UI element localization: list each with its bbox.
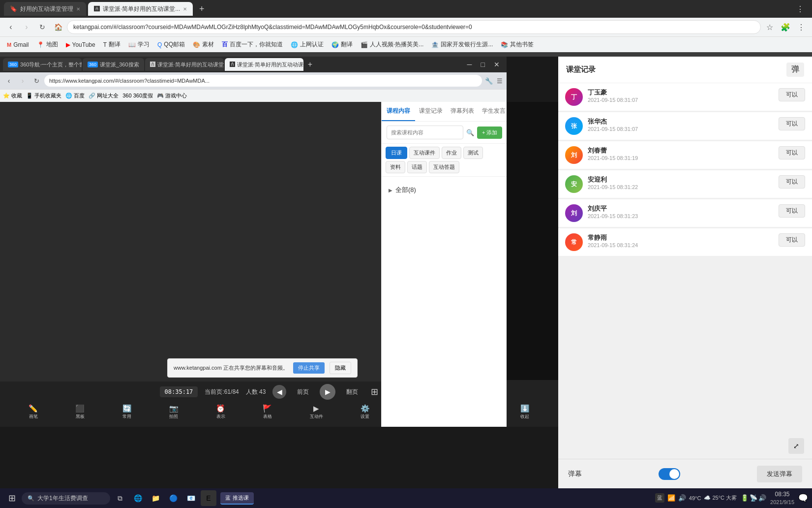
danmu-toggle[interactable] <box>659 468 680 480</box>
tool-pen[interactable]: ✏️画笔 <box>29 404 38 420</box>
bookmark-baidu[interactable]: 百 百度一下，你就知道 <box>219 39 286 50</box>
settings-icon[interactable]: ⋮ <box>794 20 808 34</box>
back-button[interactable]: ‹ <box>4 20 18 34</box>
forward-button[interactable]: › <box>20 20 33 34</box>
inner-forward[interactable]: › <box>17 75 29 87</box>
tool-interact[interactable]: ▶互动件 <box>310 404 323 420</box>
ct-tab-daily[interactable]: 日课 <box>386 147 407 159</box>
bookmark-translate2[interactable]: 🌍 翻译 <box>329 39 356 50</box>
tool-photo[interactable]: 📷拍照 <box>169 404 179 420</box>
inner-bm-1[interactable]: ⭐ 收藏 <box>3 92 22 99</box>
inner-tab-4-active[interactable]: 🅰 课堂派·简单好用的互动动课堂... ✕ <box>225 58 303 71</box>
inner-close[interactable]: ✕ <box>490 61 504 68</box>
inner-tools-icon[interactable]: 🔧 <box>484 76 494 86</box>
tool-settings[interactable]: ⚙️设置 <box>361 404 370 420</box>
clock-display[interactable]: 08:35 2021/9/15 <box>770 491 794 506</box>
ct-tab-homework[interactable]: 作业 <box>442 147 461 159</box>
bookmark-star[interactable]: ☆ <box>763 20 777 34</box>
taskbar-active-item[interactable]: 蓝 推选课 <box>220 492 254 505</box>
inner-bm-2[interactable]: 📱 手机收藏夹 <box>26 92 61 99</box>
start-button[interactable]: ⊞ <box>4 490 20 506</box>
task-view-btn[interactable]: ⧉ <box>112 490 128 506</box>
refresh-button[interactable]: ↻ <box>35 20 49 34</box>
grid-view-btn[interactable]: ⊞ <box>369 384 380 399</box>
expand-icon[interactable]: ⤢ <box>788 438 804 454</box>
tab-1-close[interactable]: ✕ <box>76 6 80 12</box>
inner-restore[interactable]: □ <box>477 61 489 68</box>
taskbar-app-2[interactable]: 📁 <box>148 490 163 506</box>
bookmark-material[interactable]: 🎨 素材 <box>190 39 217 50</box>
bookmark-renren[interactable]: 🎬 人人视频·热播英美... <box>358 39 426 50</box>
bookmark-network[interactable]: 🌐 上网认证 <box>288 39 327 50</box>
ct-tab-quiz[interactable]: 互动答题 <box>429 161 459 173</box>
tab-new[interactable]: + <box>195 2 209 16</box>
inner-back[interactable]: ‹ <box>3 75 15 87</box>
tool-common[interactable]: 🔄常用 <box>122 404 132 420</box>
tab-danmu-list[interactable]: 弹幕列表 <box>447 102 478 121</box>
bookmark-qq[interactable]: Q QQ邮箱 <box>154 39 188 50</box>
tool-collapse[interactable]: ⬇️收起 <box>520 404 530 420</box>
record-action-btn[interactable]: 可以 <box>779 204 805 218</box>
record-action-btn[interactable]: 可以 <box>779 175 805 189</box>
record-action-btn[interactable]: 可以 <box>779 117 805 130</box>
volume-icon[interactable]: 🔊 <box>678 494 686 502</box>
inner-menu-icon[interactable]: ☰ <box>496 76 504 86</box>
bookmark-study[interactable]: 📖 学习 <box>125 39 152 50</box>
inner-minimize[interactable]: ─ <box>463 61 476 68</box>
tool-blackboard[interactable]: ⬛黑板 <box>75 404 85 420</box>
record-action-btn[interactable]: 可以 <box>779 88 805 101</box>
network-tray-icon[interactable]: 📶 <box>667 494 675 502</box>
record-action-btn[interactable]: 可以 <box>779 233 805 247</box>
prev-btn[interactable]: ◀ <box>272 385 286 399</box>
bookmark-translate[interactable]: T 翻译 <box>100 39 123 50</box>
inner-tab-2[interactable]: 360 课堂派_360搜索 <box>83 58 144 71</box>
inner-bm-3[interactable]: 🌐 百度 <box>65 92 85 99</box>
extensions-icon[interactable]: 🧩 <box>779 20 792 34</box>
ct-tab-material[interactable]: 资料 <box>386 161 405 173</box>
tab-1[interactable]: 🔖 好用的互动课堂管理 ✕ <box>4 2 86 16</box>
tab-class-records[interactable]: 课堂记录 <box>415 102 447 121</box>
taskbar-app-5[interactable]: E <box>201 490 216 506</box>
tool-table[interactable]: 🚩表格 <box>263 404 272 420</box>
notification-icon[interactable]: 🗨️ <box>798 493 808 503</box>
address-bar[interactable]: ketangpai.com/#/classroom?courseid=MDAwM… <box>67 20 761 34</box>
browser-menu-icon[interactable]: ⋮ <box>792 4 808 14</box>
ct-tab-test[interactable]: 测试 <box>463 147 483 159</box>
send-danmu-button[interactable]: 发送弹幕 <box>757 466 802 482</box>
inner-tab-1[interactable]: 360 360导航·一个主页，整个世界 <box>3 58 82 71</box>
wifi-icon[interactable]: 📡 <box>750 494 757 502</box>
taskbar-app-1[interactable]: 🌐 <box>130 490 146 506</box>
bat-icon[interactable]: 🔋 <box>741 494 749 502</box>
tab-2[interactable]: 🅰 课堂派·简单好用的互动课堂... ✕ <box>88 2 193 16</box>
bookmark-maps[interactable]: 📍 地图 <box>34 39 61 50</box>
inner-address-bar[interactable]: https://www.ketangpai.com/#/classroom?cl… <box>44 75 482 87</box>
inner-bm-6[interactable]: 🎮 游戏中心 <box>157 92 187 99</box>
bookmark-others[interactable]: 📚 其他书签 <box>498 39 537 50</box>
bookmark-bank[interactable]: 🏦 国家开发银行生源... <box>428 39 496 50</box>
tab-course-content[interactable]: 课程内容 <box>382 102 415 121</box>
home-button[interactable]: 🏠 <box>51 20 65 34</box>
search-input[interactable] <box>387 126 463 139</box>
tree-item-all[interactable]: ▶ 全部(8) <box>387 182 502 198</box>
tab-2-close[interactable]: ✕ <box>183 6 187 12</box>
ct-tab-interactive[interactable]: 互动课件 <box>409 147 440 159</box>
taskbar-app-3[interactable]: 🔵 <box>165 490 181 506</box>
inner-bm-4[interactable]: 🔗 网址大全 <box>89 92 119 99</box>
hide-share-button[interactable]: 隐藏 <box>330 362 351 374</box>
ct-tab-topic[interactable]: 话题 <box>407 161 427 173</box>
tool-attendance[interactable]: ⏰表示 <box>216 404 225 420</box>
records-collapse-icon[interactable]: 弹 <box>786 63 804 77</box>
stop-share-button[interactable]: 停止共享 <box>293 362 325 374</box>
next-page-label[interactable]: 翻页 <box>342 386 362 398</box>
taskbar-app-4[interactable]: 📧 <box>183 490 199 506</box>
inner-tab-new[interactable]: + <box>304 59 316 70</box>
inner-tab-3[interactable]: 🅰 课堂派·简单好用的互动课堂管理... <box>145 58 224 71</box>
play-btn[interactable]: ▶ <box>320 384 335 400</box>
prev-page-label[interactable]: 前页 <box>293 386 313 398</box>
inner-refresh[interactable]: ↻ <box>30 75 42 87</box>
record-action-btn[interactable]: 可以 <box>779 146 805 159</box>
input-method-icon[interactable]: 蓝 <box>655 493 664 503</box>
inner-bm-5[interactable]: 360 360度假 <box>122 92 153 99</box>
tab-student-speech[interactable]: 学生发言 <box>478 102 507 121</box>
bookmark-gmail[interactable]: M Gmail <box>4 40 32 49</box>
